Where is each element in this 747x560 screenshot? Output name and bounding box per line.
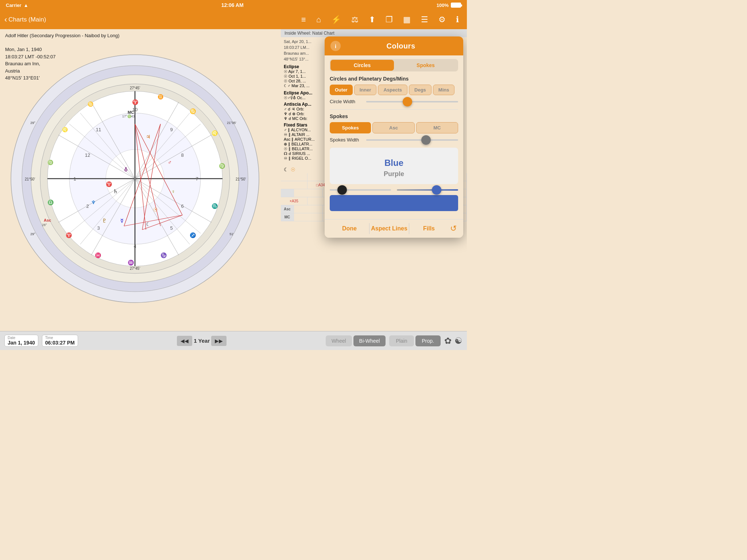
svg-text:27°45': 27°45' xyxy=(130,86,140,90)
divider xyxy=(330,109,458,110)
svg-text:♐: ♐ xyxy=(190,232,196,238)
degs-subtab[interactable]: Degs xyxy=(409,85,431,95)
svg-text:1: 1 xyxy=(73,176,76,182)
period-label: 1 Year xyxy=(194,338,210,344)
spokes-width-label: Spokes Width xyxy=(330,137,363,143)
spokes-width-thumb[interactable] xyxy=(421,135,431,145)
list2-icon[interactable]: ☰ xyxy=(417,13,432,26)
spokes-section-label: Spokes xyxy=(330,113,458,119)
mins-subtab[interactable]: Mins xyxy=(433,85,455,95)
nav-arrows-group: ◀◀ 1 Year ▶▶ xyxy=(82,336,322,346)
info-circle-icon: i xyxy=(330,41,341,51)
svg-text:♈: ♈ xyxy=(132,99,139,105)
svg-text:♄: ♄ xyxy=(113,188,118,194)
table-cell xyxy=(294,189,323,197)
svg-text:51': 51' xyxy=(229,232,234,236)
time-box[interactable]: Time 06:03:27 PM xyxy=(42,335,78,347)
spokes-sub-tab-row: Spokes Asc MC xyxy=(330,122,458,133)
sub-tab-row: Outer Inner Aspects Degs Mins xyxy=(330,85,458,95)
circles-tab[interactable]: Circles xyxy=(330,60,394,71)
spokes-subtab-spokes[interactable]: Spokes xyxy=(330,122,371,133)
carrier-label: Carrier xyxy=(6,3,22,8)
table-cell-label: MC xyxy=(281,213,294,221)
lightning-icon[interactable]: ⚡ xyxy=(328,13,345,26)
svg-text:21°50': 21°50' xyxy=(236,177,246,181)
svg-text:♂: ♂ xyxy=(168,159,172,165)
svg-text:♀: ♀ xyxy=(171,188,175,194)
grid-icon[interactable]: ▦ xyxy=(399,13,414,26)
scales-icon[interactable]: ⚖ xyxy=(348,13,362,26)
svg-text:Asc: Asc xyxy=(44,218,51,222)
mandala-icon[interactable]: ✿ xyxy=(444,336,452,346)
outer-subtab[interactable]: Outer xyxy=(330,85,353,95)
fills-button[interactable]: Fills xyxy=(409,223,449,234)
time-value: 06:03:27 PM xyxy=(45,340,75,346)
done-button[interactable]: Done xyxy=(330,223,369,234)
svg-text:♍: ♍ xyxy=(219,163,225,169)
color-preview-bar xyxy=(330,195,458,211)
list-icon[interactable]: ≡ xyxy=(298,13,310,26)
plain-prop-toggle: Plain Prop. xyxy=(389,335,441,346)
table-cell: ×A35 xyxy=(281,197,307,205)
status-bar: Carrier ▲ 12:06 AM 100% xyxy=(0,0,467,10)
prev-arrow-button[interactable]: ◀◀ xyxy=(177,336,192,346)
left-color-thumb[interactable] xyxy=(337,185,347,195)
svg-text:6: 6 xyxy=(181,203,183,209)
left-color-track[interactable] xyxy=(330,189,391,191)
circle-width-thumb[interactable] xyxy=(403,97,412,106)
color-option-blue[interactable]: Blue xyxy=(384,158,403,168)
svg-text:9: 9 xyxy=(170,127,173,132)
spokes-tab[interactable]: Spokes xyxy=(394,60,457,71)
prop-button[interactable]: Prop. xyxy=(415,335,441,346)
copy-icon[interactable]: ❐ xyxy=(382,13,396,26)
left-color-slider xyxy=(330,189,391,191)
spokes-subtab-asc[interactable]: Asc xyxy=(372,122,414,133)
table-cell xyxy=(294,213,323,221)
battery-icon xyxy=(451,3,461,8)
date-label: Date xyxy=(8,336,35,340)
color-picker-area[interactable]: Blue Purple xyxy=(330,148,458,184)
svg-text:5: 5 xyxy=(170,225,173,231)
info-icon[interactable]: ℹ xyxy=(452,13,462,26)
date-box[interactable]: Date Jan 1, 1940 xyxy=(4,335,38,347)
astro-chart-svg: 10 4 7 1 9 11 5 3 8 12 6 2 27°45' 27°45'… xyxy=(7,51,263,306)
svg-text:7: 7 xyxy=(196,176,198,182)
aspects-subtab[interactable]: Aspects xyxy=(378,85,407,95)
inner-subtab[interactable]: Inner xyxy=(354,85,377,95)
bi-wheel-button[interactable]: Bi-Wheel xyxy=(353,335,386,346)
svg-text:♋: ♋ xyxy=(190,108,196,114)
battery-label: 100% xyxy=(437,3,449,8)
table-cell xyxy=(294,205,323,213)
color-option-purple[interactable]: Purple xyxy=(384,170,404,178)
chart-title: Adolf Hitler (Secondary Progression - Na… xyxy=(5,33,137,38)
svg-text:♇: ♇ xyxy=(102,218,107,223)
wheel-button[interactable]: Wheel xyxy=(326,335,352,346)
right-panel-header: Inside Wheel: Natal Chart xyxy=(281,29,467,37)
circle-width-track[interactable] xyxy=(366,101,458,102)
svg-text:☾: ☾ xyxy=(146,221,151,227)
spokes-subtab-mc[interactable]: MC xyxy=(416,122,458,133)
reload-icon[interactable]: ↺ xyxy=(449,224,458,233)
svg-text:21°05': 21°05' xyxy=(227,121,236,125)
circles-section-label: Circles and Planetary Degs/Mins xyxy=(330,76,458,82)
date-value: Jan 1, 1940 xyxy=(8,340,35,346)
time-label: Time xyxy=(45,336,75,340)
sun-moon-icon[interactable]: ☯ xyxy=(454,336,462,346)
svg-text:⛢: ⛢ xyxy=(124,167,128,172)
plain-button[interactable]: Plain xyxy=(389,335,414,346)
bottom-action-bar: Done Aspect Lines Fills ↺ xyxy=(325,219,463,238)
right-color-thumb[interactable] xyxy=(432,185,441,195)
upload-icon[interactable]: ⬆ xyxy=(365,13,379,26)
right-color-track[interactable] xyxy=(397,189,458,191)
back-button[interactable]: ‹ Charts (Main) xyxy=(4,15,46,24)
aspect-lines-button[interactable]: Aspect Lines xyxy=(369,223,409,234)
home-icon[interactable]: ⌂ xyxy=(313,13,325,26)
svg-text:♏: ♏ xyxy=(212,203,218,209)
spokes-width-track[interactable] xyxy=(366,139,458,141)
svg-text:♋: ♋ xyxy=(88,101,94,107)
next-arrow-button[interactable]: ▶▶ xyxy=(211,336,227,346)
gear-icon[interactable]: ⚙ xyxy=(435,13,449,26)
time-display: 12:06 AM xyxy=(221,2,244,8)
colours-body: Circles Spokes Circles and Planetary Deg… xyxy=(325,55,463,219)
svg-text:♓: ♓ xyxy=(95,252,101,258)
